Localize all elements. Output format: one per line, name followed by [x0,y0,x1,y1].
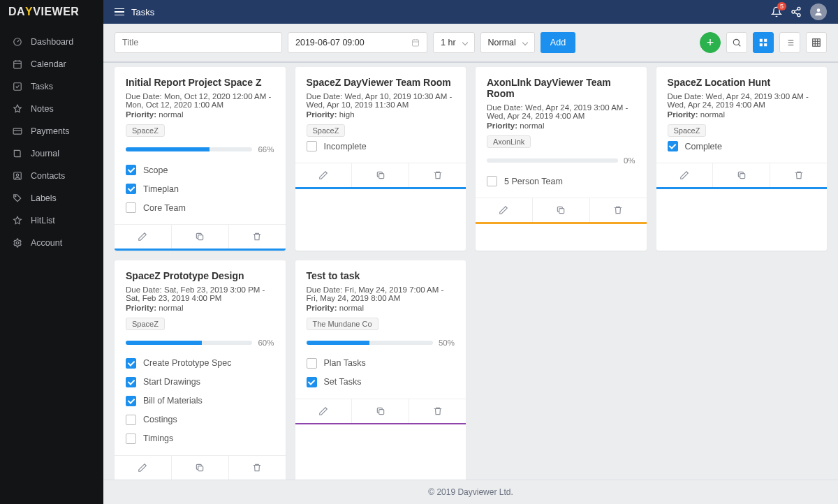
sidebar-item-payments[interactable]: Payments [0,120,103,142]
edit-button[interactable] [295,163,353,187]
svg-rect-18 [813,39,821,47]
card-due: Due Date: Mon, Oct 12, 2020 12:00 AM - M… [126,92,274,109]
svg-rect-22 [740,174,744,179]
delete-button[interactable] [229,225,286,249]
sidebar-item-dashboard[interactable]: Dashboard [0,31,103,53]
copy-button[interactable] [713,163,770,187]
copy-button[interactable] [352,399,409,423]
checkbox[interactable] [126,358,136,369]
sidebar: DAYVIEWER DashboardCalendarTasksNotesPay… [0,0,103,504]
sidebar-item-account[interactable]: Account [0,232,103,254]
checklist-item[interactable]: Incomplete [307,137,455,156]
checkbox[interactable] [126,415,136,425]
duration-select[interactable]: 1 hr [433,32,475,53]
add-button[interactable]: Add [541,32,575,53]
delete-button[interactable] [229,456,286,480]
card-title: SpaceZ DayViewer Team Room [307,77,455,88]
svg-point-6 [15,195,16,197]
checklist-item[interactable]: Plan Tasks [307,354,455,373]
checkbox[interactable] [126,202,136,213]
edit-button[interactable] [476,198,533,222]
title-input[interactable] [115,32,282,53]
checklist-item[interactable]: Set Tasks [307,373,455,392]
gauge-icon [13,37,22,47]
view-grid-button[interactable] [753,32,774,53]
footer: © 2019 Dayviewer Ltd. [103,480,838,504]
checklist-item[interactable]: Core Team [126,198,274,217]
checklist-item[interactable]: 5 Person Team [487,172,635,191]
checkbox[interactable] [126,165,136,175]
logo: DAYVIEWER [0,0,103,24]
card-tag[interactable]: SpaceZ [126,318,165,330]
card-tag[interactable]: SpaceZ [126,124,165,137]
view-list-button[interactable] [779,32,800,53]
sidebar-item-calendar[interactable]: Calendar [0,53,103,75]
delete-button[interactable] [770,163,827,187]
delete-button[interactable] [409,399,466,423]
checklist-item[interactable]: Costings [126,410,274,429]
priority-select[interactable]: Normal [480,32,535,53]
card-icon [13,126,22,136]
notifications-button[interactable]: 5 [771,6,782,17]
checkbox[interactable] [126,433,136,444]
card-tag[interactable]: AxonLink [487,135,531,148]
share-icon[interactable] [791,6,802,17]
checklist-label: Start Drawings [143,377,200,387]
copy-button[interactable] [533,198,590,222]
notification-badge: 5 [777,2,786,10]
svg-rect-23 [198,466,203,470]
card-tag[interactable]: SpaceZ [307,124,346,137]
svg-rect-21 [559,209,564,214]
copy-button[interactable] [172,225,229,249]
card-tag[interactable]: The Mundane Co [307,318,378,330]
date-input[interactable]: 2019-06-07 09:00 [288,32,427,53]
check-square-icon [13,82,22,91]
checklist-item[interactable]: Scope [126,161,274,179]
view-table-button[interactable] [806,32,827,53]
sidebar-item-label: Payments [31,126,70,136]
card-priority: Priority: normal [487,121,635,130]
card-title: AxonLInk DayViewer Team Room [487,77,635,99]
checklist-item[interactable]: Bill of Materials [126,392,274,410]
checkbox[interactable] [126,396,136,406]
checkbox[interactable] [307,358,317,369]
sidebar-item-labels[interactable]: Labels [0,187,103,209]
avatar[interactable] [810,3,827,20]
checklist-label: Costings [143,415,177,424]
edit-button[interactable] [115,225,172,249]
checkbox[interactable] [307,141,317,151]
sidebar-item-contacts[interactable]: Contacts [0,165,103,187]
search-button[interactable] [726,32,747,53]
task-card: AxonLInk DayViewer Team RoomDue Date: We… [476,67,647,251]
edit-button[interactable] [656,163,714,187]
delete-button[interactable] [590,198,647,222]
svg-point-13 [733,39,739,45]
sidebar-item-hitlist[interactable]: HitList [0,209,103,232]
sidebar-item-label: Labels [31,193,57,203]
card-accent [476,222,647,224]
checklist-item[interactable]: Timings [126,429,274,448]
checklist-item[interactable]: Create Prototype Spec [126,354,274,373]
sidebar-item-notes[interactable]: Notes [0,98,103,120]
delete-button[interactable] [409,163,466,187]
new-button[interactable]: + [700,32,721,53]
checkbox[interactable] [126,377,136,387]
checkbox[interactable] [307,377,317,387]
checkbox[interactable] [126,184,136,194]
card-actions [656,163,828,187]
sidebar-item-tasks[interactable]: Tasks [0,75,103,98]
edit-button[interactable] [115,456,172,480]
menu-toggle-icon[interactable] [115,7,124,17]
edit-button[interactable] [295,399,353,423]
checkbox[interactable] [487,176,497,186]
checklist-item[interactable]: Start Drawings [126,373,274,392]
copy-button[interactable] [172,456,229,480]
card-tag[interactable]: SpaceZ [668,124,707,137]
sidebar-item-journal[interactable]: Journal [0,142,103,165]
copy-button[interactable] [352,163,409,187]
checklist-item[interactable]: Complete [668,137,816,156]
checklist-item[interactable]: Timeplan [126,179,274,198]
checkbox[interactable] [668,141,678,151]
card-actions [115,455,286,480]
card-accent [115,249,286,251]
